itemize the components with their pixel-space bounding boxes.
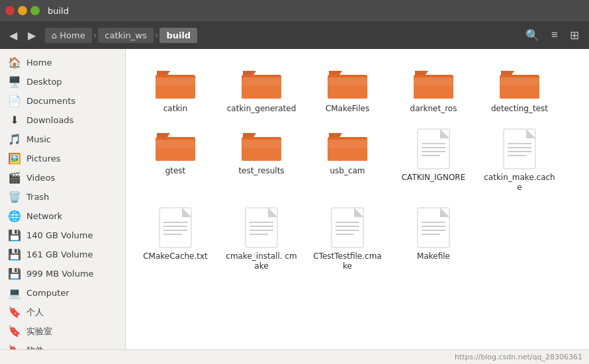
sidebar-vol999-label: 999 MB Volume (26, 269, 94, 279)
file-item[interactable]: CATKIN_IGNORE (390, 121, 476, 200)
file-item[interactable]: CTestTestfile.cmake (304, 200, 390, 279)
sidebar-item-vol161[interactable]: 💾 161 GB Volume (0, 245, 125, 264)
sidebar-desktop-label: Desktop (26, 77, 62, 87)
file-label: CTestTestfile.cmake (311, 251, 384, 272)
maximize-button[interactable] (30, 6, 40, 15)
network-icon: 🌐 (8, 210, 21, 222)
svg-rect-2 (156, 77, 195, 85)
folder-label: test_results (238, 166, 284, 177)
sidebar-lab-label: 实验室 (26, 326, 52, 338)
sidebar-vol140-label: 140 GB Volume (26, 230, 93, 240)
sidebar-documents-label: Documents (26, 96, 75, 106)
sidebar-personal-label: 个人 (26, 306, 44, 318)
svg-rect-11 (414, 77, 453, 85)
back-button[interactable]: ◀ (5, 26, 21, 44)
folder-item[interactable]: test_results (218, 121, 304, 200)
folder-item[interactable]: detecting_test (476, 59, 563, 121)
folder-label: gtest (165, 166, 186, 177)
trash-icon: 🗑️ (8, 191, 21, 203)
breadcrumb-sep-2: › (154, 30, 160, 40)
computer-icon: 💻 (8, 287, 21, 299)
sidebar-item-pictures[interactable]: 🖼️ Pictures (0, 149, 125, 168)
statusbar: https://blog.csdn.net/qq_28306361 (0, 349, 589, 364)
close-button[interactable] (5, 6, 15, 15)
window-title: build (48, 6, 69, 16)
sidebar-item-videos[interactable]: 🎬 Videos (0, 168, 125, 187)
sidebar-item-music[interactable]: 🎵 Music (0, 130, 125, 149)
file-label: Makefile (417, 251, 450, 262)
sidebar-network-label: Network (26, 211, 62, 221)
sidebar-item-downloads[interactable]: ⬇ Downloads (0, 111, 125, 130)
sidebar-computer-label: Computer (26, 288, 69, 298)
folder-label: catkin (163, 104, 188, 114)
view-grid-button[interactable]: ⊞ (565, 26, 584, 45)
bookmark-icon-2: 🔖 (8, 325, 21, 338)
svg-rect-20 (242, 140, 281, 148)
sidebar-item-vol999[interactable]: 💾 999 MB Volume (0, 264, 125, 283)
folder-item[interactable]: usb_cam (304, 121, 390, 200)
sidebar: 🏠 Home 🖥️ Desktop 📄 Documents ⬇ Download… (0, 49, 126, 349)
breadcrumb-home[interactable]: ⌂ Home (45, 28, 92, 43)
documents-icon: 📄 (8, 95, 21, 107)
file-item[interactable]: cmake_install. cmake (218, 200, 304, 279)
toolbar: ◀ ▶ ⌂ Home › catkin_ws › build 🔍 ≡ ⊞ (0, 21, 589, 49)
home-icon: ⌂ (52, 30, 57, 40)
pictures-icon: 🖼️ (8, 152, 21, 165)
sidebar-videos-label: Videos (26, 173, 55, 183)
forward-button[interactable]: ▶ (24, 26, 40, 44)
file-label: CMakeCache.txt (143, 251, 208, 262)
svg-rect-17 (156, 140, 195, 148)
folder-item[interactable]: gtest (132, 121, 218, 200)
sidebar-item-trash[interactable]: 🗑️ Trash (0, 187, 125, 206)
sidebar-item-personal[interactable]: 🔖 个人 (0, 302, 125, 322)
breadcrumb-sep-1: › (92, 30, 99, 40)
file-item[interactable]: Makefile (390, 200, 476, 279)
breadcrumb-build[interactable]: build (159, 28, 197, 43)
folder-label: usb_cam (330, 166, 365, 177)
breadcrumb: ⌂ Home › catkin_ws › build (45, 28, 197, 43)
folder-item[interactable]: catkin_generated (218, 59, 304, 121)
status-url: https://blog.csdn.net/qq_28306361 (455, 353, 582, 361)
breadcrumb-catkin-ws-label: catkin_ws (105, 30, 147, 40)
folder-label: CMakeFiles (326, 104, 369, 114)
sidebar-item-software[interactable]: 🔖 软件 (0, 341, 125, 349)
sidebar-item-network[interactable]: 🌐 Network (0, 206, 125, 226)
sidebar-trash-label: Trash (26, 192, 49, 202)
sidebar-downloads-label: Downloads (26, 115, 73, 125)
sidebar-item-documents[interactable]: 📄 Documents (0, 91, 125, 111)
folder-item[interactable]: CMakeFiles (304, 59, 390, 121)
folder-label: catkin_generated (227, 104, 296, 114)
minimize-button[interactable] (18, 6, 27, 15)
sidebar-pictures-label: Pictures (26, 154, 60, 163)
folder-item[interactable]: catkin (132, 59, 218, 121)
sidebar-item-lab[interactable]: 🔖 实验室 (0, 322, 125, 341)
file-item[interactable]: catkin_make.cache (476, 121, 563, 200)
sidebar-music-label: Music (26, 134, 51, 144)
folder-label: detecting_test (491, 104, 548, 114)
folder-item[interactable]: darknet_ros (390, 59, 476, 121)
files-grid: catkin catkin_generated CMakeFiles (132, 59, 582, 279)
bookmark-icon-3: 🔖 (8, 344, 21, 349)
sidebar-item-desktop[interactable]: 🖥️ Desktop (0, 72, 125, 91)
file-label: cmake_install. cmake (225, 251, 298, 272)
file-item[interactable]: CMakeCache.txt (132, 200, 218, 279)
svg-rect-23 (328, 140, 367, 148)
breadcrumb-home-label: Home (60, 30, 85, 40)
sidebar-software-label: 软件 (26, 345, 44, 350)
sidebar-item-home[interactable]: 🏠 Home (0, 53, 125, 72)
drive-icon-3: 💾 (8, 267, 21, 280)
svg-rect-8 (328, 77, 367, 85)
svg-rect-5 (242, 77, 281, 85)
content-area: catkin catkin_generated CMakeFiles (126, 49, 589, 349)
breadcrumb-build-label: build (166, 30, 191, 40)
videos-icon: 🎬 (8, 171, 21, 184)
file-label: catkin_make.cache (483, 173, 556, 193)
breadcrumb-catkin-ws[interactable]: catkin_ws (98, 28, 154, 43)
sidebar-item-computer[interactable]: 💻 Computer (0, 283, 125, 302)
search-button[interactable]: 🔍 (521, 26, 544, 45)
folder-label: darknet_ros (410, 104, 457, 114)
window-controls (5, 6, 40, 15)
sidebar-item-vol140[interactable]: 💾 140 GB Volume (0, 226, 125, 245)
main-area: 🏠 Home 🖥️ Desktop 📄 Documents ⬇ Download… (0, 49, 589, 349)
view-list-button[interactable]: ≡ (547, 26, 563, 44)
